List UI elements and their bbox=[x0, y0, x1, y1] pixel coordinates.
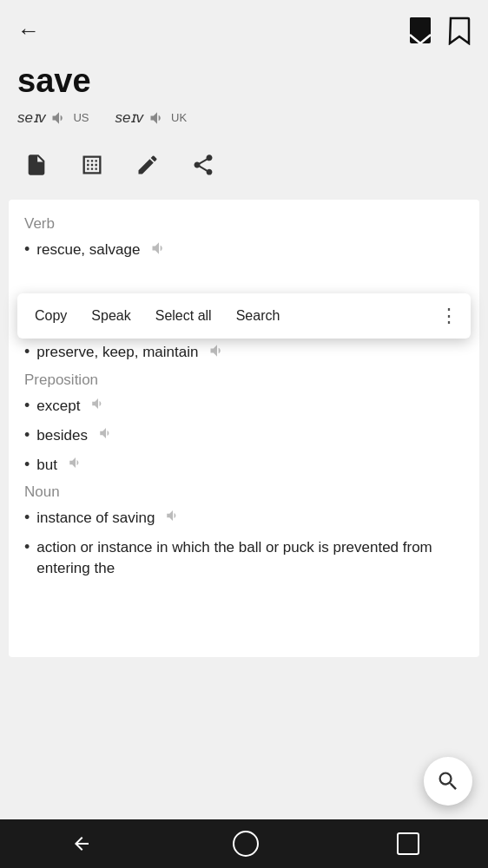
preposition-label: Preposition bbox=[24, 372, 464, 389]
speak-button[interactable]: Speak bbox=[79, 296, 142, 336]
edit-icon-btn[interactable] bbox=[129, 146, 167, 184]
bullet-p3: • bbox=[24, 456, 30, 474]
verb-def-1: • rescue, salvage bbox=[24, 240, 464, 260]
expand-icon-btn[interactable] bbox=[73, 146, 111, 184]
speaker-noun1-icon[interactable] bbox=[165, 508, 181, 527]
speaker-uk-icon[interactable] bbox=[148, 109, 166, 127]
prep-def-3: • but bbox=[24, 455, 464, 476]
nav-home-button[interactable] bbox=[233, 831, 259, 857]
pron-uk-text: seɪv bbox=[115, 108, 143, 127]
fab-search-button[interactable] bbox=[424, 757, 472, 806]
bookmark-filled-icon[interactable] bbox=[408, 16, 432, 45]
bullet-3: • bbox=[24, 343, 30, 361]
prep-def-1: • except bbox=[24, 396, 464, 417]
copy-button[interactable]: Copy bbox=[23, 296, 79, 336]
top-bar: ← bbox=[0, 0, 488, 54]
context-menu: Copy Speak Select all Search ⋮ bbox=[17, 293, 471, 339]
verb-def-3: • preserve, keep, maintain bbox=[24, 342, 464, 363]
speaker-def3-icon[interactable] bbox=[208, 342, 226, 363]
noun-def-2-text: action or instance in which the ball or … bbox=[36, 537, 464, 579]
verb-def-1-text: rescue, salvage bbox=[36, 240, 140, 260]
nav-recents-button[interactable] bbox=[397, 832, 419, 855]
prep-def-1-text: except bbox=[36, 396, 80, 417]
speaker-us-icon[interactable] bbox=[50, 109, 68, 127]
speaker-prep3-icon[interactable] bbox=[68, 455, 83, 474]
content-card: Verb • rescue, salvage Copy Speak Select… bbox=[9, 200, 479, 657]
share-icon-btn[interactable] bbox=[184, 146, 222, 184]
prep-def-2-text: besides bbox=[36, 425, 88, 446]
noun-def-1-text: instance of saving bbox=[36, 508, 155, 529]
pron-us[interactable]: seɪv US bbox=[17, 108, 89, 127]
bullet-1: • bbox=[24, 240, 30, 259]
noun-def-2: • action or instance in which the ball o… bbox=[24, 537, 464, 579]
pron-us-region: US bbox=[73, 111, 89, 124]
svg-rect-1 bbox=[410, 17, 431, 30]
bookmark-outline-icon[interactable] bbox=[448, 16, 471, 45]
speaker-prep1-icon[interactable] bbox=[90, 396, 106, 415]
word-title: save bbox=[0, 54, 488, 105]
prep-def-3-text: but bbox=[36, 455, 57, 476]
bottom-nav bbox=[0, 819, 488, 868]
noun-label: Noun bbox=[24, 483, 464, 501]
pron-uk-region: UK bbox=[171, 111, 187, 124]
nav-back-button[interactable] bbox=[69, 831, 95, 857]
preposition-section: Preposition • except • besides • but bbox=[24, 372, 464, 475]
speaker-prep2-icon[interactable] bbox=[98, 425, 114, 444]
noun-section: Noun • instance of saving • action or in… bbox=[24, 483, 464, 578]
verb-def-3-text: preserve, keep, maintain bbox=[36, 342, 198, 363]
bullet-p2: • bbox=[24, 426, 30, 444]
top-icons bbox=[408, 16, 471, 45]
more-options-button[interactable]: ⋮ bbox=[432, 296, 465, 336]
bullet-p1: • bbox=[24, 397, 30, 415]
pron-us-text: seɪv bbox=[17, 108, 45, 127]
verb-label: Verb bbox=[24, 215, 464, 233]
back-button[interactable]: ← bbox=[17, 17, 40, 44]
bullet-n2: • bbox=[24, 538, 30, 556]
select-all-button[interactable]: Select all bbox=[143, 296, 224, 336]
speaker-def1-icon[interactable] bbox=[150, 240, 168, 260]
action-row bbox=[0, 137, 488, 200]
search-button[interactable]: Search bbox=[224, 296, 293, 336]
prep-def-2: • besides bbox=[24, 425, 464, 446]
pronunciation-row: seɪv US seɪv UK bbox=[0, 105, 488, 137]
pron-uk[interactable]: seɪv UK bbox=[115, 108, 188, 127]
document-icon-btn[interactable] bbox=[17, 146, 56, 184]
bullet-n1: • bbox=[24, 509, 30, 527]
noun-def-1: • instance of saving bbox=[24, 508, 464, 529]
